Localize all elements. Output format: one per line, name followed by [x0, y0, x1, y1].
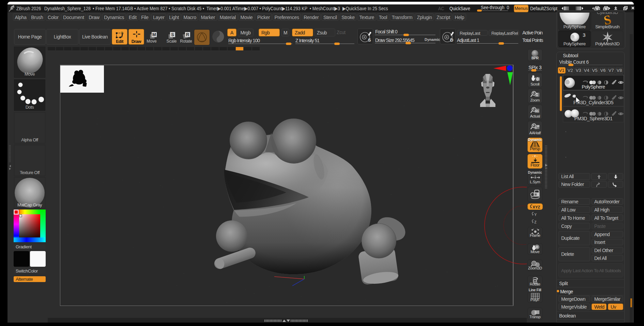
svg-text:XYZ: XYZ — [533, 205, 540, 209]
svg-text:R: R — [186, 32, 189, 37]
svg-text:Y: Y — [534, 213, 537, 217]
svg-text:S: S — [171, 32, 174, 37]
svg-text:Z: Z — [534, 220, 537, 224]
svg-text:S: S — [368, 37, 371, 43]
svg-text:D: D — [450, 37, 453, 43]
svg-text:M: M — [152, 32, 156, 37]
